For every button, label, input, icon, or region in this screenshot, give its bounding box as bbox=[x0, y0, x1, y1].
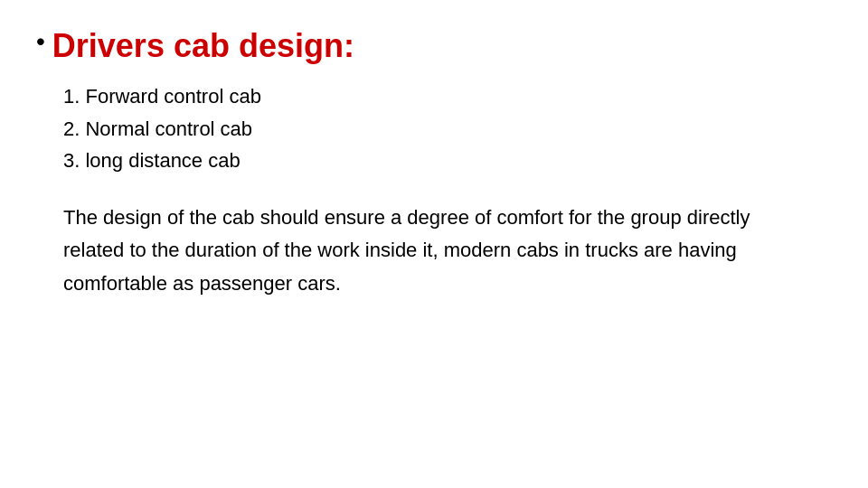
content-area: 1. Forward control cab 2. Normal control… bbox=[36, 80, 832, 299]
slide-page: • Drivers cab design: 1. Forward control… bbox=[0, 0, 868, 488]
list-item-3: 3. long distance cab bbox=[63, 145, 832, 176]
description-line-3: comfortable as passenger cars. bbox=[63, 267, 832, 300]
title-area: • Drivers cab design: bbox=[36, 27, 832, 64]
list-item-1: 1. Forward control cab bbox=[63, 80, 832, 112]
description-line-1: The design of the cab should ensure a de… bbox=[63, 202, 832, 234]
list-item-2: 2. Normal control cab bbox=[63, 113, 832, 145]
slide-title: Drivers cab design: bbox=[52, 27, 354, 64]
description-line-2: related to the duration of the work insi… bbox=[63, 234, 832, 267]
bullet-point: • bbox=[36, 29, 45, 54]
description-block: The design of the cab should ensure a de… bbox=[63, 202, 832, 300]
